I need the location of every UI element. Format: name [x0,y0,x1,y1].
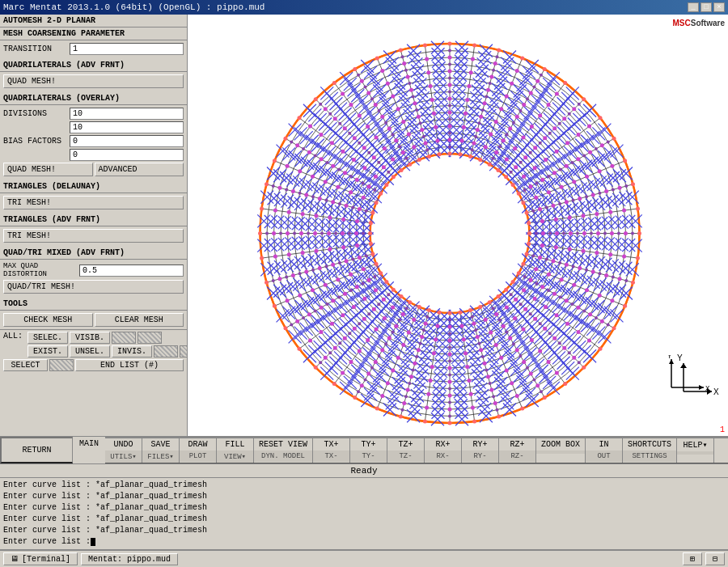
files-button[interactable]: FILES▾ [142,451,179,463]
console-line-1: Enter curve list : *af_planar_quad_trime… [3,480,725,491]
console-line-5: Enter curve list : *af_planar_quad_trime… [3,525,725,536]
tri-adv-header: TRIANGLES (ADV FRNT) [0,214,187,226]
terminal-taskbtn[interactable]: 🖥 [Terminal] [3,552,78,565]
tz-plus-button[interactable]: TZ+ [387,438,424,451]
tb-section-zoom: ZOOM BOX [536,438,586,463]
utils-button[interactable]: UTILS▾ [105,451,142,463]
tb-section-rx: RX+ RX- [425,438,462,463]
divisions-x-input[interactable] [70,108,184,120]
selec-button[interactable]: SELEC. [28,332,68,344]
terminal-label: [Terminal] [22,555,70,564]
left-panel: AUTOMESH 2-D PLANAR MESH COARSENING PARA… [0,15,188,436]
svg-marker-1 [699,385,704,390]
window-controls[interactable]: _ □ × [688,2,725,12]
rz-minus-button[interactable]: RZ- [499,451,535,462]
tri-mesh-adv-button[interactable]: TRI MESH! [3,229,184,243]
advanced-button[interactable]: ADVANCED [95,163,184,176]
ry-plus-button[interactable]: RY+ [462,438,498,451]
ready-status: Ready [350,466,377,476]
quad-adv-header: QUADRILATERALS (ADV FRNT) [0,59,187,72]
console-line-2: Enter curve list : *af_planar_quad_trime… [3,491,725,502]
transition-input[interactable] [70,43,184,55]
minimize-button[interactable]: _ [688,2,699,12]
divisions-y-input[interactable] [70,121,184,133]
return-button[interactable]: RETURN [0,437,73,463]
mentat-label: Mentat: pippo.mud [88,555,171,564]
tz-minus-button[interactable]: TZ- [387,451,424,462]
console-line-3: Enter curve list : *af_planar_quad_trime… [3,502,725,514]
tb-section-reset: RESET VIEW DYN. MODEL [254,438,313,463]
terminal-icon: 🖥 [11,554,19,564]
ty-plus-button[interactable]: TY+ [350,438,387,451]
tb-section-help: HELP▾ [677,438,714,463]
maximize-button[interactable]: □ [700,2,712,12]
mesh-canvas[interactable] [188,15,728,436]
tri-delaunay-header: TRIANGLES (DELAUNAY) [0,180,187,193]
draw-button[interactable]: DRAW [180,438,216,451]
reset-view-button[interactable]: RESET VIEW [254,438,312,451]
tb-section-undo: UNDO UTILS▾ [105,438,142,463]
ty-minus-button[interactable]: TY- [350,451,387,462]
console-prompt: Enter curve list : [3,536,91,548]
help-sub-button[interactable] [677,451,713,455]
zoom-box-button[interactable]: ZOOM BOX [536,438,585,451]
console-line-4: Enter curve list : *af_planar_quad_trime… [3,514,725,525]
tb-section-ry: RY+ RY- [462,438,499,463]
hatched-2 [138,332,162,344]
tb-section-ty: TY+ TY- [350,438,387,463]
visib-button[interactable]: VISIB. [70,332,110,344]
close-button[interactable]: × [713,2,725,12]
bias-y-input[interactable] [70,149,184,161]
ry-minus-button[interactable]: RY- [462,451,498,462]
all-label: ALL: [3,332,26,344]
rx-plus-button[interactable]: RX+ [425,438,461,451]
quad-mesh-overlay-button[interactable]: QUAD MESH! [3,163,93,176]
system-tray: ⊞ ⊟ [683,552,725,565]
rx-minus-button[interactable]: RX- [425,451,461,462]
hatched-3 [154,345,178,358]
console-cursor [91,538,95,546]
help-button[interactable]: HELP▾ [677,438,713,451]
zoom-empty-button[interactable] [536,451,585,454]
unsel-button[interactable]: UNSEL. [70,345,110,358]
quad-mesh-adv-button[interactable]: QUAD MESH! [3,74,184,88]
tb-section-tx: TX+ TX- [313,438,350,463]
viewport[interactable]: MSCSoftware X Y 1 [188,15,728,436]
tb-section-tz: TZ+ TZ- [387,438,425,463]
zoom-in-button[interactable]: IN [586,438,622,451]
plot-button[interactable]: PLOT [180,451,216,462]
settings-button[interactable]: SETTINGS [623,451,676,462]
undo-button[interactable]: UNDO [105,438,142,451]
exist-button[interactable]: EXIST. [28,345,68,358]
tx-minus-button[interactable]: TX- [313,451,349,462]
tb-section-draw: DRAW PLOT [180,438,217,463]
shortcuts-button[interactable]: SHORTCUTS [623,438,676,451]
save-button[interactable]: SAVE [142,438,179,451]
tx-plus-button[interactable]: TX+ [313,438,349,451]
invis-button[interactable]: INVIS. [112,345,152,358]
check-mesh-button[interactable]: CHECK MESH [3,313,93,327]
sys-btn-1[interactable]: ⊞ [683,552,702,565]
divisions-label: DIVISIONS [3,109,68,118]
tools-header: TOOLS [0,298,187,311]
fill-button[interactable]: FILL [217,438,253,451]
clear-mesh-button[interactable]: CLEAR MESH [95,313,184,327]
console-area: Enter curve list : *af_planar_quad_trime… [0,477,728,549]
bias-x-input[interactable] [70,135,184,147]
tri-mesh-delaunay-button[interactable]: TRI MESH! [3,196,184,209]
max-quad-distortion-input[interactable] [79,264,184,277]
dyn-model-button[interactable]: DYN. MODEL [254,451,312,462]
rz-plus-button[interactable]: RZ+ [499,438,535,451]
select-button[interactable]: SELECT [3,359,48,371]
taskbar: 🖥 [Terminal] Mentat: pippo.mud ⊞ ⊟ [0,549,728,567]
zoom-out-button[interactable]: OUT [586,451,622,462]
svg-text:X: X [705,385,710,393]
mentat-taskbtn[interactable]: Mentat: pippo.mud [81,553,178,565]
quad-tri-mesh-button[interactable]: QUAD/TRI MESH! [3,280,184,294]
sys-btn-2[interactable]: ⊟ [705,552,725,565]
axes-widget: X Y [663,355,712,404]
end-list-button[interactable]: END LIST (#) [75,359,184,371]
mesh-coarsening-header: MESH COARSENING PARAMETER [0,28,187,40]
quad-overlay-header: QUADRILATERALS (OVERLAY) [0,92,187,105]
view-button[interactable]: VIEW▾ [217,451,253,463]
